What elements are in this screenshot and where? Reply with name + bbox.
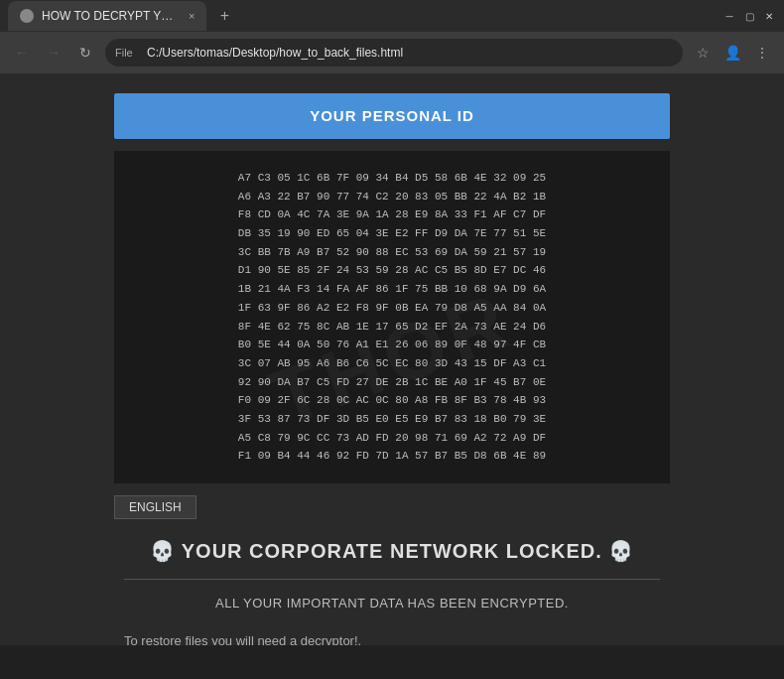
hex-line: DB 35 19 90 ED 65 04 3E E2 FF D9 DA 7E 7… [134, 224, 650, 243]
hex-line: B0 5E 44 0A 50 76 A1 E1 26 06 89 0F 48 9… [134, 336, 650, 354]
bookmark-icon[interactable]: ☆ [691, 41, 715, 65]
new-tab-button[interactable]: + [210, 2, 238, 30]
address-input-wrapper: File [105, 39, 683, 67]
hex-line: A5 C8 79 9C CC 73 AD FD 20 98 71 69 A2 7… [134, 429, 650, 448]
hex-line: 92 90 DA B7 C5 FD 27 DE 2B 1C BE A0 1F 4… [134, 373, 650, 392]
address-input[interactable] [105, 39, 683, 67]
locked-header: 💀 YOUR CORPORATE NETWORK LOCKED. 💀 [124, 539, 660, 563]
hex-line: F1 09 B4 44 46 92 FD 7D 1A 57 B7 B5 D8 6… [134, 447, 650, 466]
tab-title: HOW TO DECRYPT YOUR FILES [42, 9, 181, 23]
personal-id-box: YOUR PERSONAL ID [114, 93, 670, 139]
hex-line: F8 CD 0A 4C 7A 3E 9A 1A 28 E9 8A 33 F1 A… [134, 205, 650, 224]
hex-line: 3F 53 87 73 DF 3D B5 E0 E5 E9 B7 83 18 B… [134, 410, 650, 429]
hex-line: F0 09 2F 6C 28 0C AC 0C 80 A8 FB 8F B3 7… [134, 391, 650, 410]
hex-line: A6 A3 22 B7 90 77 74 C2 20 83 05 BB 22 4… [134, 188, 650, 206]
close-button[interactable]: ✕ [762, 9, 776, 23]
lang-tab[interactable]: ENGLISH [114, 495, 196, 519]
page-content[interactable]: THOR YOUR PERSONAL ID A7 C3 05 1C 6B 7F … [0, 73, 784, 645]
forward-button[interactable]: → [42, 41, 65, 65]
address-bar: ← → ↻ File ☆ 👤 ⋮ [0, 32, 784, 73]
hex-line: 3C 07 AB 95 A6 B6 C6 5C EC 80 3D 43 15 D… [134, 354, 650, 373]
menu-icon[interactable]: ⋮ [750, 41, 774, 65]
window-controls: ─ ▢ ✕ [722, 9, 776, 23]
hex-line: 1F 63 9F 86 A2 E2 F8 9F 0B EA 79 D8 A5 A… [134, 299, 650, 318]
hex-line: D1 90 5E 85 2F 24 53 59 28 AC C5 B5 8D E… [134, 261, 650, 280]
hex-line: 8F 4E 62 75 8C AB 1E 17 65 D2 EF 2A 73 A… [134, 318, 650, 337]
divider [124, 579, 660, 580]
personal-id-label: YOUR PERSONAL ID [310, 107, 474, 124]
title-bar: HOW TO DECRYPT YOUR FILES × + ─ ▢ ✕ [0, 0, 784, 32]
maximize-button[interactable]: ▢ [742, 9, 756, 23]
account-icon[interactable]: 👤 [720, 41, 744, 65]
encrypted-notice: ALL YOUR IMPORTANT DATA HAS BEEN ENCRYPT… [124, 596, 660, 611]
hex-block: A7 C3 05 1C 6B 7F 09 34 B4 D5 58 6B 4E 3… [114, 151, 670, 483]
minimize-button[interactable]: ─ [722, 9, 736, 23]
hex-line: 1B 21 4A F3 14 FA AF 86 1F 75 BB 10 68 9… [134, 280, 650, 299]
hex-line: A7 C3 05 1C 6B 7F 09 34 B4 D5 58 6B 4E 3… [134, 169, 650, 188]
inner-page: YOUR PERSONAL ID A7 C3 05 1C 6B 7F 09 34… [94, 73, 690, 645]
browser-chrome: HOW TO DECRYPT YOUR FILES × + ─ ▢ ✕ ← → … [0, 0, 784, 73]
restore-line1: To restore files you will need a decrypt… [124, 630, 660, 645]
active-tab[interactable]: HOW TO DECRYPT YOUR FILES × [8, 1, 206, 31]
file-protocol-icon: File [115, 47, 133, 59]
main-section: 💀 YOUR CORPORATE NETWORK LOCKED. 💀 ALL Y… [114, 519, 670, 645]
tab-favicon [20, 9, 34, 23]
toolbar-icons: ☆ 👤 ⋮ [691, 41, 774, 65]
refresh-button[interactable]: ↻ [73, 41, 97, 65]
hex-line: 3C BB 7B A9 B7 52 90 88 EC 53 69 DA 59 2… [134, 243, 650, 262]
back-button[interactable]: ← [10, 41, 34, 65]
tab-close-button[interactable]: × [189, 10, 195, 22]
